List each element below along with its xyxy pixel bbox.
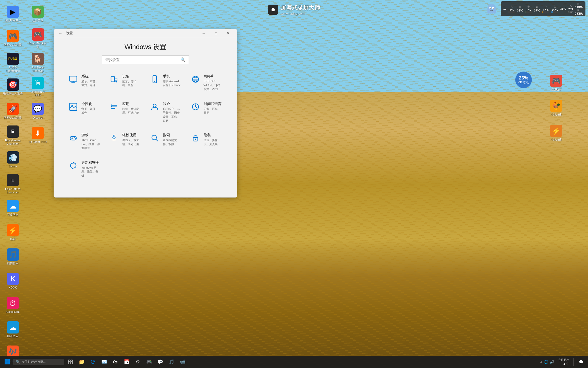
- desktop-icon-klokki[interactable]: ⏱ Klokki Slim: [1, 294, 24, 317]
- svg-rect-49: [71, 362, 72, 364]
- privacy-desc: 位置、摄像头、麦克风: [204, 138, 223, 146]
- desktop-icon-rando[interactable]: 🎮 RandoMe魂斗罗: [26, 27, 49, 50]
- search-input[interactable]: [105, 58, 180, 62]
- desktop-icon-soft[interactable]: 📦 软件管家: [26, 3, 49, 26]
- recorder-subtitle: www.luping.com: [281, 12, 320, 15]
- stat-gpu-temp: 好 37°C: [534, 6, 541, 12]
- desktop-icon-xj1[interactable]: 🐓 小鸡加速: [545, 97, 568, 120]
- stat-mem: 存 17%: [542, 5, 549, 13]
- svg-rect-27: [111, 108, 112, 109]
- taskbar-game-btn[interactable]: 🎮: [144, 357, 154, 367]
- taskbar-settings-btn[interactable]: ⚙: [133, 357, 143, 367]
- gaming-text: 游戏 Xbox Game Bar、插屏、游戏模式: [81, 133, 101, 150]
- svg-point-5: [493, 7, 494, 8]
- desktop-icons-area: ▶ 谷歌Play商店 🎮 网易UU加速器 PUBG PUBG Experienc…: [0, 0, 51, 368]
- personalization-text: 个性化 背景、锁屏、颜色: [81, 102, 101, 115]
- network-title: 网络和 Internet: [204, 74, 223, 83]
- gaming-icon: [68, 133, 78, 143]
- settings-item-gaming[interactable]: 游戏 Xbox Game Bar、插屏、游戏模式: [64, 128, 105, 155]
- update-text: 更新和安全 Windows 更新、恢复、备份: [81, 160, 101, 178]
- settings-item-search[interactable]: 搜索 查找我的文件、权限: [145, 128, 186, 155]
- window-controls: ─ □ ✕: [198, 30, 234, 37]
- taskbar-store[interactable]: 🛍: [110, 357, 120, 367]
- desktop-icon-steam[interactable]: 💨 Steam: [1, 148, 24, 171]
- discord-icon: 💬: [32, 103, 44, 115]
- taskbar-edge[interactable]: [88, 357, 98, 367]
- title-bar: ← 设置 ─ □ ✕: [54, 29, 237, 37]
- desktop-icon-epic[interactable]: E Epic Games Launcher: [1, 124, 24, 147]
- xj1-icon: 🐓: [550, 100, 562, 112]
- desktop-icon-pulldogs[interactable]: 🐕 Pull Dogs SteamUp: [26, 51, 49, 74]
- desktop-icon-pubg-exp[interactable]: PUBG PUBG Experience: [1, 51, 24, 74]
- tray-chevron[interactable]: ∧: [540, 360, 542, 364]
- taskbar-clock[interactable]: 今日热点 ▲ 中: [556, 358, 571, 366]
- desktop-icon-game-helper[interactable]: 🎮 游戏助手: [545, 72, 568, 95]
- settings-item-accounts[interactable]: 账户 你的帐户、电子邮件、同步设置、工作、家庭: [145, 97, 186, 128]
- search-settings-icon: [150, 133, 160, 143]
- tray-icons: ∧ 🌐 🔊: [540, 360, 554, 364]
- notification-button[interactable]: 💬: [576, 357, 586, 367]
- settings-item-update[interactable]: 更新和安全 Windows 更新、恢复、备份: [64, 155, 105, 183]
- svg-rect-26: [111, 106, 112, 107]
- settings-item-devices[interactable]: 设备 蓝牙、打印机、鼠标: [105, 69, 146, 97]
- desktop-icon-uu2[interactable]: 🚀 网易UU加速器: [1, 100, 24, 123]
- back-button[interactable]: ←: [57, 30, 64, 37]
- taskbar-discord-btn[interactable]: 💬: [155, 357, 165, 367]
- desktop: ⏺ 屏幕式录屏大师 www.luping.com ☁: [0, 0, 588, 368]
- time-text: 时间和语言 语音、区域、日期: [204, 102, 223, 115]
- taskbar-video-btn[interactable]: 📹: [178, 357, 188, 367]
- settings-item-personalization[interactable]: 个性化 背景、锁屏、颜色: [64, 97, 105, 128]
- svg-line-39: [156, 139, 158, 141]
- taskbar-search-bar[interactable]: 🔍 女子银行行万里...: [13, 359, 64, 365]
- desktop-icon-kook[interactable]: K KOOK: [1, 270, 24, 293]
- settings-item-apps[interactable]: 应用 卸载、默认应用、可选功能: [105, 97, 146, 128]
- desktop-icon-epic2[interactable]: E Epic Games Launcher: [1, 172, 24, 195]
- svg-rect-25: [111, 105, 112, 106]
- cpu-usage-widget: 26% CPU负载: [515, 72, 532, 88]
- settings-item-phone[interactable]: 手机 连接 Android 设备和 iPhone: [145, 69, 186, 97]
- taskbar-music-btn[interactable]: 🎵: [166, 357, 177, 367]
- svg-point-4: [490, 7, 491, 8]
- taskbar-mail[interactable]: 📧: [99, 357, 109, 367]
- desktop-icon-weiyun[interactable]: ☁ 腾讯微云: [1, 318, 24, 341]
- search-box[interactable]: 🔍: [102, 55, 189, 64]
- start-button[interactable]: [2, 357, 12, 367]
- svg-point-36: [75, 138, 76, 139]
- edge-icon: [90, 359, 95, 364]
- desktop-icon-bitclient[interactable]: ⬇ Bit Client PRO: [26, 124, 49, 147]
- desktop-icon-thunder[interactable]: ⚡ 迅雷: [1, 221, 24, 244]
- taskbar-calendar[interactable]: 📅: [121, 357, 132, 367]
- desktop-icon-uu1[interactable]: 🎮 网易UU加速器: [1, 27, 24, 50]
- desktop-icon-kugou[interactable]: 🎵 酷狗音乐: [1, 245, 24, 268]
- desktop-icon-pubg[interactable]: 🎯 绝地求生大逃杀: [1, 75, 24, 98]
- taskbar-folder[interactable]: 📁: [77, 357, 87, 367]
- close-button[interactable]: ✕: [222, 30, 234, 37]
- desktop-icon-discord[interactable]: 💬 Discord: [26, 100, 49, 123]
- stat-cpu-temp: 星 32°C: [517, 6, 523, 12]
- desktop-icon-logitech[interactable]: 🖱 LogiTech G HUB: [26, 75, 49, 98]
- gaming-desc: Xbox Game Bar、插屏、游戏模式: [81, 138, 101, 150]
- settings-item-system[interactable]: 系统 显示、声音、通知、电源: [64, 69, 105, 97]
- settings-item-privacy[interactable]: 隐私 位置、摄像头、麦克风: [186, 128, 227, 155]
- settings-item-time[interactable]: 时间和语言 语音、区域、日期: [186, 97, 227, 128]
- settings-item-ease[interactable]: 轻松使用 讲述人、放大镜、高对比度: [105, 128, 146, 155]
- search-icon[interactable]: 🔍: [180, 57, 186, 62]
- update-title: 更新和安全: [81, 160, 101, 165]
- desktop-icon-googleplay[interactable]: ▶ 谷歌Play商店: [1, 3, 24, 26]
- pubg-exp-icon: PUBG: [7, 53, 19, 65]
- recorder-icon-symbol: ⏺: [271, 7, 276, 13]
- task-view-button[interactable]: [65, 357, 76, 367]
- settings-item-network[interactable]: 网络和 Internet WLAN、飞行模式、VPN: [186, 69, 227, 97]
- desktop-icon-baidu[interactable]: ☁ 百度网盘: [1, 197, 24, 220]
- ease-icon: [109, 133, 119, 143]
- svg-rect-46: [68, 360, 70, 362]
- svg-point-35: [74, 137, 75, 138]
- stat-cpu: 片 4%: [508, 5, 516, 13]
- uu-icon-1: 🎮: [7, 30, 19, 42]
- clock-date: ▲ 中: [558, 362, 569, 366]
- desktop-icon-xj2[interactable]: ⚡ 小鸡加速: [545, 122, 568, 145]
- minimize-button[interactable]: ─: [198, 30, 210, 37]
- apps-icon: [109, 102, 119, 112]
- maximize-button[interactable]: □: [210, 30, 222, 37]
- apps-text: 应用 卸载、默认应用、可选功能: [122, 102, 142, 115]
